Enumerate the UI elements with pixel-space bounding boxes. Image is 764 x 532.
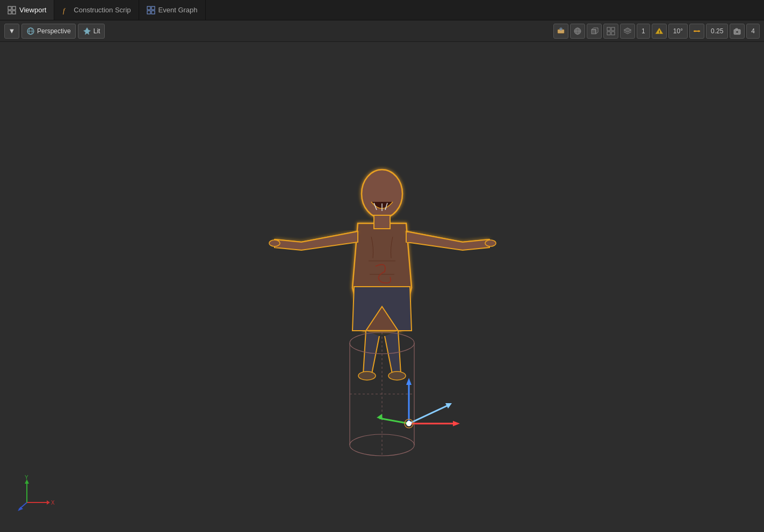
svg-marker-29 (698, 30, 700, 32)
svg-text:Y: Y (25, 475, 28, 480)
svg-rect-24 (607, 32, 610, 35)
screenshot-value-button[interactable]: 4 (746, 24, 760, 39)
angle-button[interactable]: 10° (668, 24, 688, 39)
svg-rect-33 (736, 28, 738, 30)
toolbar: ▼ Perspective Lit (0, 20, 764, 42)
svg-marker-30 (694, 30, 695, 32)
svg-marker-63 (18, 507, 23, 511)
scale-icon-button[interactable] (689, 24, 704, 39)
svg-rect-15 (560, 28, 562, 29)
layers-icon-button[interactable] (620, 24, 635, 39)
lit-button[interactable]: Lit (78, 24, 105, 39)
svg-rect-8 (152, 11, 155, 14)
axes-indicator: X Y (16, 473, 59, 516)
svg-rect-22 (607, 27, 610, 31)
perspective-label: Perspective (37, 27, 71, 35)
svg-marker-47 (406, 378, 412, 385)
tab-bar: Viewport f Construction Scrip Event Grap… (0, 0, 764, 20)
svg-text:f: f (63, 6, 66, 14)
svg-rect-19 (592, 30, 596, 34)
tab-construction-script[interactable]: f Construction Scrip (54, 0, 139, 20)
svg-line-50 (409, 405, 449, 424)
svg-rect-5 (147, 6, 150, 10)
screenshot-value: 4 (751, 27, 755, 35)
svg-rect-1 (12, 6, 16, 10)
tab-eventgraph-label: Event Graph (158, 6, 198, 14)
svg-rect-2 (8, 11, 11, 14)
svg-rect-35 (374, 215, 390, 229)
svg-rect-3 (12, 11, 16, 14)
scale-value-button[interactable]: 0.25 (706, 24, 728, 39)
number1-label: 1 (642, 27, 645, 35)
viewport-dropdown-button[interactable]: ▼ (4, 24, 19, 39)
grid-icon-button[interactable] (603, 24, 618, 39)
lit-label: Lit (93, 27, 100, 35)
number1-button[interactable]: 1 (637, 24, 650, 39)
svg-point-32 (736, 31, 739, 33)
svg-rect-25 (611, 32, 615, 35)
svg-rect-6 (152, 6, 155, 10)
svg-point-36 (269, 240, 280, 246)
scale-value: 0.25 (711, 27, 723, 35)
svg-rect-23 (611, 27, 615, 31)
cube-icon-button[interactable] (587, 24, 602, 39)
screenshot-icon-button[interactable] (730, 24, 745, 39)
translate-icon-button[interactable] (553, 24, 568, 39)
svg-point-54 (406, 421, 412, 426)
warning-icon-button[interactable]: ! (652, 24, 667, 39)
tab-viewport[interactable]: Viewport (0, 0, 54, 20)
dropdown-arrow-icon: ▼ (9, 27, 16, 35)
sphere-icon-button[interactable] (570, 24, 585, 39)
svg-rect-0 (8, 6, 11, 10)
tab-construction-label: Construction Scrip (74, 6, 131, 14)
perspective-button[interactable]: Perspective (21, 24, 76, 39)
svg-marker-49 (453, 421, 460, 426)
transform-gizmo (366, 375, 473, 429)
svg-rect-7 (147, 11, 150, 14)
toolbar-right: 1 ! 10° 0.25 (553, 24, 760, 39)
viewport[interactable]: X Y (0, 42, 764, 532)
tab-event-graph[interactable]: Event Graph (139, 0, 206, 20)
tab-viewport-label: Viewport (19, 6, 46, 14)
svg-marker-57 (47, 500, 50, 505)
svg-text:!: ! (659, 30, 660, 34)
svg-point-37 (485, 240, 496, 246)
angle-value: 10° (673, 27, 683, 35)
svg-marker-12 (83, 27, 91, 35)
svg-text:X: X (51, 500, 55, 506)
